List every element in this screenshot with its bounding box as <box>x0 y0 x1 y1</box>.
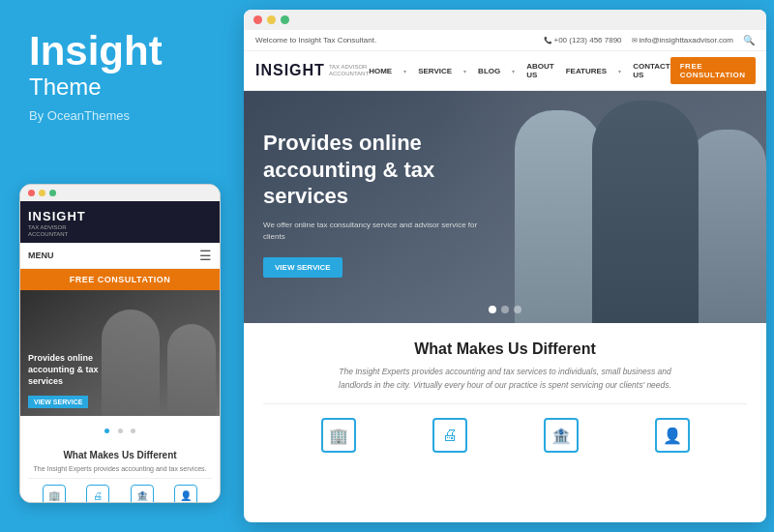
mobile-hero-title: Provides online accounting & tax service… <box>28 353 125 387</box>
site-icon-bank: 🏦 <box>544 418 579 453</box>
section-desc: The Insight Experts provides accounting … <box>331 366 679 392</box>
nav-features[interactable]: FEATURES <box>566 67 608 75</box>
site-logo: INSIGHT TAX ADVISORACCOUNTANT <box>255 62 369 79</box>
topbar-email: info@insighttaxadvisor.com <box>632 36 733 44</box>
slider-dot-2[interactable] <box>118 429 123 433</box>
mobile-logo-sub: TAX ADVISORACCOUNTANT <box>28 224 86 237</box>
hero-dot-1[interactable] <box>489 306 496 313</box>
mobile-icon-1: 🏢 <box>43 485 66 503</box>
nav-contact[interactable]: CONTACT US <box>633 62 670 79</box>
logo-subtitle: TAX ADVISORACCOUNTANT <box>329 64 369 77</box>
slider-dot-1[interactable] <box>104 429 109 433</box>
site-icon-building: 🏢 <box>321 418 356 453</box>
mobile-logo: INSIGHT TAX ADVISORACCOUNTANT <box>28 207 86 237</box>
people-group <box>515 101 766 323</box>
hero-dot-3[interactable] <box>514 306 521 313</box>
mobile-slider-dots <box>20 416 220 441</box>
blog-caret: ▾ <box>512 68 515 74</box>
nav-about[interactable]: ABOUT US <box>526 62 553 79</box>
theme-by: By OceanThemes <box>29 108 211 123</box>
hero-dot-2[interactable] <box>501 306 509 313</box>
topbar-welcome: Welcome to Insight Tax Consultant. <box>255 36 376 44</box>
hero-slider-dots <box>489 306 521 313</box>
service-caret: ▾ <box>463 68 466 74</box>
search-icon[interactable]: 🔍 <box>743 35 755 45</box>
topbar-contact: +00 (123) 456 7890 info@insighttaxadviso… <box>544 35 755 45</box>
mobile-section-title: What Makes Us Different <box>28 449 212 461</box>
topbar-phone: +00 (123) 456 7890 <box>544 36 622 44</box>
section-title: What Makes Us Different <box>263 340 747 358</box>
mobile-icon-4: 👤 <box>174 485 197 503</box>
mobile-icon-3: 🏦 <box>131 485 154 503</box>
mobile-icon-2: 🖨 <box>86 485 109 503</box>
dt-dot-green <box>281 15 289 24</box>
site-topbar: Welcome to Insight Tax Consultant. +00 (… <box>244 30 766 51</box>
nav-blog[interactable]: BLOG <box>478 67 500 75</box>
site-icons-row: 🏢 🖨 🏦 👤 <box>263 403 747 457</box>
nav-service[interactable]: SERVICE <box>418 67 452 75</box>
hero-content: Provides online accounting & tax service… <box>263 130 495 278</box>
mobile-dot-red <box>28 190 35 196</box>
mobile-dot-green <box>49 190 56 196</box>
hero-desc: We offer online tax consultancy service … <box>263 220 495 243</box>
person-left <box>515 110 602 323</box>
person-center <box>592 101 699 323</box>
site-icon-person: 👤 <box>655 418 690 453</box>
mobile-cta-button[interactable]: FREE CONSULTATION <box>20 269 220 290</box>
mobile-hero-content: Provides online accounting & tax service… <box>28 353 125 387</box>
site-nav-links: HOME ▾ SERVICE ▾ BLOG ▾ ABOUT US FEATURE… <box>369 62 670 79</box>
hero-view-service-button[interactable]: VIEW SERVICE <box>263 257 342 278</box>
mobile-bottom-section: What Makes Us Different The Insight Expe… <box>20 441 220 503</box>
dt-dot-yellow <box>267 15 276 24</box>
mobile-mockup: INSIGHT TAX ADVISORACCOUNTANT MENU ☰ FRE… <box>19 184 221 503</box>
desktop-titlebar <box>244 10 766 30</box>
features-caret: ▾ <box>618 68 621 74</box>
theme-subtitle: Theme <box>29 74 211 101</box>
mobile-titlebar <box>20 185 220 201</box>
site-cta-button[interactable]: FREE CONSULTATION <box>670 57 756 84</box>
silhouette-2 <box>167 324 216 416</box>
site-navbar: INSIGHT TAX ADVISORACCOUNTANT HOME ▾ SER… <box>244 51 766 91</box>
mobile-dot-yellow <box>39 190 45 196</box>
mobile-menu-bar: MENU ☰ <box>20 243 220 269</box>
home-caret: ▾ <box>403 68 406 74</box>
mobile-view-service-button[interactable]: VIEW SERVICE <box>28 396 88 408</box>
nav-home[interactable]: HOME <box>369 67 392 75</box>
theme-title: Insight <box>29 29 211 74</box>
mobile-section-desc: The Insight Experts provides accounting … <box>28 464 212 474</box>
site-differentiator-section: What Makes Us Different The Insight Expe… <box>244 323 766 468</box>
mobile-header: INSIGHT TAX ADVISORACCOUNTANT <box>20 201 220 243</box>
site-icon-print: 🖨 <box>432 418 467 453</box>
mobile-hero: Provides online accounting & tax service… <box>20 290 220 416</box>
person-right <box>689 130 766 323</box>
dt-dot-red <box>253 15 262 24</box>
desktop-mockup: Welcome to Insight Tax Consultant. +00 (… <box>244 10 766 522</box>
hero-title: Provides online accounting & tax service… <box>263 130 495 210</box>
slider-dot-3[interactable] <box>131 429 135 433</box>
site-hero: Provides online accounting & tax service… <box>244 91 766 323</box>
hamburger-icon[interactable]: ☰ <box>199 248 212 263</box>
mobile-icons-row: 🏢 🖨 🏦 👤 <box>28 478 212 503</box>
